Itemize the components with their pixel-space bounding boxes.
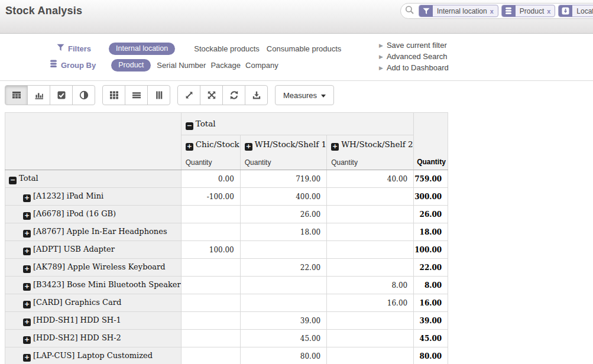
- chevron-right-icon: ▶: [379, 43, 383, 48]
- collapse-icon[interactable]: −: [9, 177, 17, 184]
- pivot-toolbar: Measures: [5, 85, 334, 105]
- expand-icon[interactable]: +: [245, 143, 252, 151]
- advanced-search[interactable]: ▶ Advanced Search: [379, 51, 449, 62]
- bar-chart-view-button[interactable]: [27, 85, 50, 105]
- pivot-cell: 80.00: [240, 347, 326, 364]
- expand-icon[interactable]: +: [23, 354, 31, 362]
- search-facet-location[interactable]: Location x: [558, 5, 593, 17]
- pivot-row-header[interactable]: +[CARD] Graphics Card: [5, 294, 182, 312]
- expand-icon[interactable]: +: [23, 283, 31, 291]
- pivot-cell: 400.00: [240, 188, 326, 206]
- pivot-row-header[interactable]: +[A8767] Apple In-Ear Headphones: [5, 223, 182, 241]
- pivot-cell: [240, 294, 326, 312]
- pivot-row: +[A1232] iPad Mini -100.00 400.00 300.00: [5, 188, 448, 206]
- pivot-total-cell: 8.00: [414, 277, 448, 294]
- pivot-row-header[interactable]: −Total: [5, 170, 182, 188]
- collapse-icon[interactable]: −: [186, 122, 193, 130]
- expand-icon[interactable]: +: [23, 230, 31, 238]
- facet-remove-button[interactable]: x: [490, 8, 494, 15]
- pivot-row: +[HDD-SH2] HDD SH-2 45.00 45.00: [5, 330, 448, 347]
- expand-icon[interactable]: +: [23, 248, 31, 255]
- group-by-company[interactable]: Company: [245, 61, 278, 70]
- arrows-alt-icon: [207, 90, 216, 100]
- group-by-row: Group By Product Serial Number Package C…: [50, 58, 278, 72]
- search-bar[interactable]: Internal location x Product x Location x: [400, 3, 593, 19]
- grid-layout-button[interactable]: [102, 85, 125, 105]
- pivot-col-group-total[interactable]: −Total: [181, 113, 413, 135]
- expand-icon[interactable]: +: [186, 143, 193, 151]
- measure-header[interactable]: Quantity: [240, 155, 326, 170]
- measure-header[interactable]: Quantity: [181, 155, 240, 170]
- pivot-total-cell: 22.00: [414, 259, 448, 277]
- pivot-cell: [181, 277, 240, 294]
- search-facet-product[interactable]: Product x: [501, 5, 555, 17]
- pivot-row-header[interactable]: +[HDD-SH1] HDD SH-1: [5, 312, 182, 330]
- search-facet-internal-location[interactable]: Internal location x: [419, 5, 498, 17]
- pivot-cell: [181, 223, 240, 241]
- pivot-cell: 719.00: [240, 170, 326, 188]
- pivot-cell: [327, 241, 414, 259]
- grid-icon: [109, 90, 119, 100]
- pivot-row-header[interactable]: +[LAP-CUS] Laptop Customized: [5, 347, 182, 364]
- pivot-cell: 45.00: [240, 330, 326, 347]
- pivot-cell: 8.00: [327, 277, 414, 294]
- filter-consumable-products[interactable]: Consumable products: [267, 44, 341, 53]
- pivot-row: +[CARD] Graphics Card 16.00 16.00: [5, 294, 448, 312]
- expand-diagonal-icon: [184, 90, 194, 100]
- pivot-row: +[A6678] iPod (16 GB) 26.00 26.00: [5, 206, 448, 223]
- group-by-package[interactable]: Package: [210, 61, 241, 70]
- check-square-button[interactable]: [50, 85, 73, 105]
- download-button[interactable]: [245, 85, 268, 105]
- expand-icon[interactable]: +: [23, 301, 31, 308]
- group-by-product[interactable]: Product: [111, 59, 151, 72]
- pivot-cell: [327, 312, 414, 330]
- facet-label: Location x: [572, 5, 593, 17]
- expand-icon[interactable]: +: [331, 143, 339, 151]
- facet-label: Internal location x: [433, 5, 498, 17]
- pivot-row-header[interactable]: +[AK789] Apple Wireless Keyboard: [5, 259, 182, 277]
- table-view-button[interactable]: [5, 85, 28, 105]
- pivot-total-cell: 26.00: [414, 206, 448, 223]
- refresh-button[interactable]: [222, 85, 245, 105]
- facet-remove-button[interactable]: x: [547, 8, 550, 15]
- expand-icon[interactable]: +: [23, 265, 31, 273]
- pivot-cell: [181, 312, 240, 330]
- pivot-row-header[interactable]: +[B3423] Bose Mini Bluetooth Speaker: [5, 277, 182, 294]
- pivot-table: −Total Quantity +Chic/Stock +WH/Stock/Sh…: [5, 112, 448, 364]
- group-by-serial-number[interactable]: Serial Number: [157, 61, 206, 70]
- expand-icon[interactable]: +: [23, 194, 31, 202]
- measure-header-total[interactable]: Quantity: [417, 158, 446, 166]
- vertical-bars-button[interactable]: [147, 85, 170, 105]
- adjust-contrast-button[interactable]: [72, 85, 95, 105]
- pivot-cell: 22.00: [240, 259, 326, 277]
- pivot-col-header-chic-stock[interactable]: +Chic/Stock: [181, 135, 240, 155]
- pivot-total-column-header[interactable]: Quantity: [414, 113, 448, 170]
- group-by-section-label: Group By: [61, 61, 96, 70]
- search-actions: ▶ Save current filter ▶ Advanced Search …: [379, 40, 449, 73]
- pivot-row-header[interactable]: +[ADPT] USB Adapter: [5, 241, 182, 259]
- pivot-total-cell: 80.00: [414, 347, 448, 364]
- pivot-cell: [181, 259, 240, 277]
- expand-icon[interactable]: +: [23, 336, 31, 344]
- pivot-row-header[interactable]: +[A6678] iPod (16 GB): [5, 206, 182, 223]
- filter-internal-location[interactable]: Internal location: [109, 43, 175, 55]
- expand-all-button[interactable]: [177, 85, 200, 105]
- add-to-dashboard[interactable]: ▶ Add to Dashboard: [379, 62, 449, 73]
- save-current-filter[interactable]: ▶ Save current filter: [379, 40, 449, 51]
- pivot-col-header-wh-stock-shelf-1[interactable]: +WH/Stock/Shelf 1: [240, 135, 326, 155]
- pivot-col-header-wh-stock-shelf-2[interactable]: +WH/Stock/Shelf 2: [327, 135, 414, 155]
- filter-stockable-products[interactable]: Stockable products: [194, 44, 260, 53]
- pivot-total-cell: 39.00: [414, 312, 448, 330]
- pivot-row-header[interactable]: +[A1232] iPad Mini: [5, 188, 182, 206]
- flip-axis-button[interactable]: [200, 85, 223, 105]
- measure-header[interactable]: Quantity: [327, 155, 414, 170]
- expand-icon[interactable]: +: [23, 212, 31, 220]
- expand-icon[interactable]: +: [23, 318, 31, 326]
- pivot-cell: [240, 277, 326, 294]
- measures-dropdown-button[interactable]: Measures: [275, 85, 334, 105]
- pivot-row-total: −Total 0.00 719.00 40.00 759.00: [5, 170, 448, 188]
- pivot-cell: [327, 188, 414, 206]
- pivot-row-header[interactable]: +[HDD-SH2] HDD SH-2: [5, 330, 182, 347]
- horizontal-bars-button[interactable]: [125, 85, 148, 105]
- filter-funnel-icon: [419, 5, 433, 17]
